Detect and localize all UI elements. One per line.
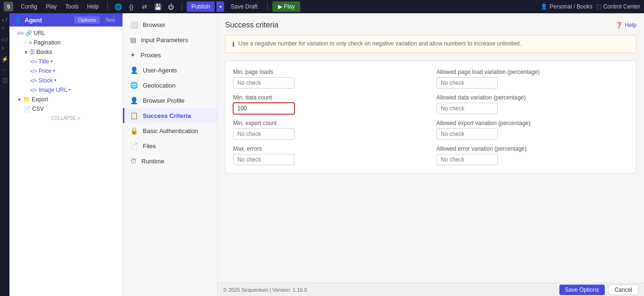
control-center[interactable]: ⬚ Control Center bbox=[596, 3, 640, 10]
geolocation-icon: 🌐 bbox=[130, 81, 138, 89]
tree-item-pagination[interactable]: ··· ⌗ Pagination bbox=[9, 38, 122, 47]
csv-file-icon: 📄 bbox=[24, 106, 31, 112]
proxies-icon: ✦ bbox=[130, 51, 136, 59]
browser-profile-icon: 👤 bbox=[130, 97, 138, 104]
url-code-icon: </> bbox=[17, 31, 24, 36]
info-message: Use a negative number for variation to o… bbox=[238, 40, 521, 47]
sidebar-options-button[interactable]: Options bbox=[74, 16, 100, 24]
tree-item-export[interactable]: ▼ 📁 Export bbox=[9, 95, 122, 104]
user-agents-icon: 👤 bbox=[130, 66, 138, 74]
save-options-button[interactable]: Save Options bbox=[559, 285, 605, 295]
nav-item-user-agents[interactable]: 👤 User-Agents bbox=[123, 63, 217, 78]
collapse-button[interactable]: COLLAPSE ⤢ bbox=[9, 114, 122, 123]
footer-actions: Save Options Cancel bbox=[559, 285, 638, 295]
nav-item-success-criteria[interactable]: 📋 Success Criteria bbox=[123, 108, 217, 123]
input-min-page-loads[interactable] bbox=[233, 77, 295, 89]
input-params-icon: ▤ bbox=[130, 36, 136, 44]
label-allowed-page-load-variation: Allowed page load variation (percentage) bbox=[436, 69, 628, 75]
code-icon[interactable]: {} bbox=[126, 1, 137, 12]
input-min-data-count[interactable] bbox=[233, 103, 295, 114]
main-layout: ＜/＞ ＜/＞ ⚡ ··· ◫ 👤 Agent Options Text </>… bbox=[0, 13, 644, 296]
menu-tools[interactable]: Tools bbox=[61, 2, 82, 11]
label-min-page-loads: Min. page loads bbox=[233, 69, 425, 75]
input-allowed-error-variation[interactable] bbox=[436, 154, 498, 165]
sidebar-text-button[interactable]: Text bbox=[103, 16, 118, 24]
power-icon[interactable]: ⏻ bbox=[165, 1, 177, 12]
label-allowed-error-variation: Allowed error variation (percentage) bbox=[436, 145, 628, 152]
iconbar-dots[interactable]: ··· bbox=[2, 66, 7, 73]
input-allowed-data-variation[interactable] bbox=[436, 103, 498, 114]
basic-auth-icon: 🔒 bbox=[130, 127, 138, 135]
nav-item-browser[interactable]: ⬜ Browser bbox=[123, 17, 217, 32]
info-box: ℹ Use a negative number for variation to… bbox=[225, 35, 636, 53]
toolbar: S Config Play Tools Help 🌐 {} ⇄ 💾 ⏻ Publ… bbox=[0, 0, 644, 13]
publish-dropdown[interactable]: ▾ bbox=[217, 1, 224, 12]
personal-books[interactable]: 👤 Personal / Books bbox=[540, 3, 592, 10]
runtime-icon: ⏱ bbox=[130, 157, 137, 165]
label-min-data-count: Min. data count bbox=[233, 94, 425, 101]
save-icon[interactable]: 💾 bbox=[152, 1, 164, 12]
cancel-button[interactable]: Cancel bbox=[609, 285, 638, 295]
nav-item-proxies[interactable]: ✦ Proxies bbox=[123, 47, 217, 63]
iconbar-lightning[interactable]: ⚡ bbox=[1, 56, 9, 63]
sidebar-tree: </> 🔗 URL ··· ⌗ Pagination ▼ ☰ Books </>… bbox=[9, 27, 122, 296]
input-min-export-count[interactable] bbox=[233, 128, 295, 140]
nav-item-geolocation[interactable]: 🌐 Geolocation bbox=[123, 78, 217, 93]
help-button[interactable]: ❓ Help bbox=[616, 22, 636, 28]
nav-item-browser-profile[interactable]: 👤 Browser Profile bbox=[123, 93, 217, 108]
label-min-export-count: Min. export count bbox=[233, 120, 425, 126]
success-criteria-icon: 📋 bbox=[130, 112, 138, 119]
export-file-icon: 📁 bbox=[23, 96, 30, 103]
pagination-expand-icon: ··· bbox=[24, 40, 27, 45]
field-allowed-error-variation: Allowed error variation (percentage) bbox=[436, 145, 628, 165]
separator-3 bbox=[267, 2, 268, 11]
play-button[interactable]: ▶ Play bbox=[272, 1, 301, 12]
label-allowed-export-variation: Allowed export variation (percentage) bbox=[436, 120, 628, 126]
help-circle-icon: ❓ bbox=[616, 22, 623, 28]
info-icon: ℹ bbox=[232, 40, 235, 48]
tree-item-url[interactable]: </> 🔗 URL bbox=[9, 28, 122, 38]
iconbar-code2[interactable]: ＜/＞ bbox=[0, 36, 9, 52]
tree-item-stock[interactable]: </> Stock • bbox=[9, 76, 122, 85]
footer: © 2025 Sequentum | Version: 1.16.0 Save … bbox=[218, 283, 644, 296]
input-allowed-page-load-variation[interactable] bbox=[436, 77, 498, 89]
publish-button[interactable]: Publish bbox=[187, 1, 215, 12]
diagram-icon[interactable]: ⇄ bbox=[139, 1, 150, 12]
nav-panel: ⬜ Browser ▤ Input Parameters ✦ Proxies 👤… bbox=[123, 13, 218, 296]
separator-1 bbox=[107, 2, 108, 11]
app-logo: S bbox=[4, 2, 13, 11]
field-allowed-data-variation: Allowed data variation (percentage) bbox=[436, 94, 628, 114]
save-draft-button[interactable]: Save Draft bbox=[226, 1, 262, 12]
copyright-text: © 2025 Sequentum | Version: 1.16.0 bbox=[223, 287, 307, 293]
menu-help[interactable]: Help bbox=[83, 2, 103, 11]
tree-item-title[interactable]: </> Title • bbox=[9, 57, 122, 66]
label-max-errors: Max. errors bbox=[233, 145, 425, 152]
tree-item-csv[interactable]: 📄 CSV bbox=[9, 104, 122, 114]
global-icon[interactable]: 🌐 bbox=[113, 1, 124, 12]
menu-config[interactable]: Config bbox=[17, 2, 41, 11]
tree-item-imageurl[interactable]: </> Image URL • bbox=[9, 85, 122, 95]
criteria-grid: Min. page loads Allowed page load variat… bbox=[225, 61, 636, 173]
books-expand-icon: ▼ bbox=[24, 50, 28, 55]
iconbar-layer[interactable]: ◫ bbox=[2, 77, 8, 83]
title-code-icon: </> bbox=[30, 59, 37, 64]
control-icon: ⬚ bbox=[596, 3, 601, 10]
nav-item-basic-auth[interactable]: 🔒 Basic Authentication bbox=[123, 123, 217, 138]
iconbar-code[interactable]: ＜/＞ bbox=[0, 16, 9, 32]
input-max-errors[interactable] bbox=[233, 154, 295, 165]
collapse-label: COLLAPSE bbox=[51, 116, 76, 121]
price-code-icon: </> bbox=[30, 69, 37, 74]
nav-item-input-params[interactable]: ▤ Input Parameters bbox=[123, 32, 217, 47]
nav-item-runtime[interactable]: ⏱ Runtime bbox=[123, 153, 217, 169]
imageurl-code-icon: </> bbox=[30, 88, 37, 93]
browser-icon: ⬜ bbox=[130, 21, 138, 28]
tree-item-books[interactable]: ▼ ☰ Books bbox=[9, 47, 122, 57]
input-allowed-export-variation[interactable] bbox=[436, 128, 498, 140]
field-allowed-export-variation: Allowed export variation (percentage) bbox=[436, 120, 628, 140]
nav-item-files[interactable]: 📄 Files bbox=[123, 138, 217, 153]
export-expand-icon: ▼ bbox=[17, 97, 22, 102]
sidebar-header: 👤 Agent Options Text bbox=[9, 13, 122, 27]
menu-play[interactable]: Play bbox=[42, 2, 61, 11]
tree-item-price[interactable]: </> Price • bbox=[9, 66, 122, 76]
content-title: Success criteria bbox=[225, 21, 278, 29]
